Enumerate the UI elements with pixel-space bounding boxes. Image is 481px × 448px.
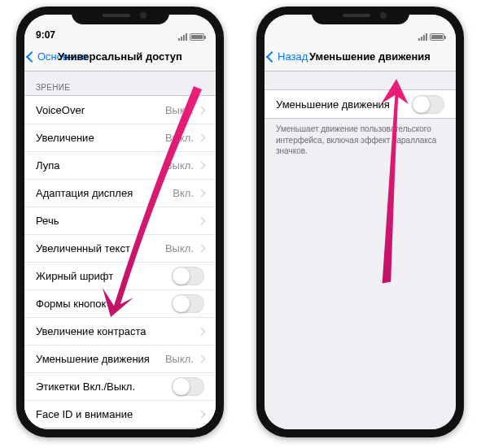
- row-label: Этикетки Вкл./Выкл.: [36, 381, 135, 393]
- toggle-switch[interactable]: [172, 377, 204, 396]
- row-label: Адаптация дисплея: [36, 187, 133, 199]
- row-value: Выкл.: [165, 104, 204, 116]
- row-label: VoiceOver: [36, 104, 85, 116]
- back-label: Основные: [37, 50, 88, 63]
- row-label: Увеличение: [36, 132, 94, 144]
- row-label: Лупа: [36, 159, 59, 172]
- settings-row[interactable]: Речь: [24, 207, 216, 234]
- row-value: Выкл.: [165, 132, 204, 144]
- settings-row[interactable]: Жирный шрифт: [24, 262, 216, 289]
- settings-row[interactable]: Адаптация дисплеяВкл.: [24, 179, 216, 207]
- status-time: 9:07: [36, 29, 55, 41]
- content[interactable]: ЗРЕНИЕVoiceOverВыкл.УвеличениеВыкл.ЛупаВ…: [24, 72, 216, 429]
- chevron-right-icon: [198, 217, 206, 225]
- row-label: Формы кнопок: [36, 298, 106, 310]
- back-label: Назад: [278, 50, 308, 63]
- battery-icon: [430, 33, 444, 41]
- notch: [72, 7, 169, 24]
- toggle-switch[interactable]: [172, 294, 204, 313]
- phone-right: Назад Уменьшение движения Уменьшение дви…: [256, 7, 464, 437]
- row-value: [172, 377, 204, 396]
- notch: [312, 7, 409, 24]
- section-footnote: Уменьшает движение пользовательского инт…: [265, 119, 456, 162]
- settings-row[interactable]: ЛупаВыкл.: [24, 151, 216, 179]
- row-label: Face ID и внимание: [36, 408, 133, 420]
- settings-row[interactable]: УвеличениеВыкл.: [24, 124, 216, 151]
- row-value: [172, 294, 204, 313]
- chevron-left-icon: [266, 50, 278, 62]
- chevron-right-icon: [198, 189, 206, 198]
- settings-row[interactable]: Формы кнопок: [24, 289, 216, 317]
- chevron-right-icon: [198, 411, 206, 419]
- row-value: [172, 267, 204, 285]
- chevron-right-icon: [198, 328, 206, 336]
- status-indicators: [418, 33, 444, 41]
- chevron-left-icon: [26, 50, 37, 62]
- chevron-right-icon: [198, 106, 206, 114]
- row-value: [199, 218, 204, 224]
- row-value: [199, 411, 204, 417]
- row-label: Увеличение контраста: [36, 325, 146, 337]
- settings-group: Уменьшение движения: [265, 89, 456, 119]
- battery-icon: [190, 33, 204, 41]
- toggle-switch[interactable]: [412, 95, 444, 114]
- row-value: Выкл.: [165, 242, 204, 254]
- row-value: Выкл.: [165, 353, 204, 365]
- chevron-right-icon: [198, 245, 206, 253]
- chevron-right-icon: [198, 134, 206, 142]
- nav-bar: Назад Уменьшение движения: [265, 42, 456, 72]
- chevron-right-icon: [198, 162, 206, 170]
- back-button[interactable]: Основные: [24, 50, 88, 63]
- settings-row[interactable]: Увеличение контраста: [24, 317, 216, 345]
- row-label: Увеличенный текст: [36, 242, 130, 254]
- signal-icon: [418, 33, 427, 41]
- signal-icon: [178, 33, 187, 41]
- row-label: Жирный шрифт: [36, 270, 113, 282]
- settings-row[interactable]: Face ID и внимание: [24, 400, 216, 428]
- settings-row[interactable]: VoiceOverВыкл.: [24, 96, 216, 124]
- status-indicators: [178, 33, 204, 41]
- nav-bar: Основные Универсальный доступ: [24, 42, 216, 72]
- settings-row[interactable]: Этикетки Вкл./Выкл.: [24, 372, 216, 400]
- screen: 9:07 Основные Универсальный доступ ЗРЕНИ…: [24, 15, 216, 429]
- content[interactable]: Уменьшение движения Уменьшает движение п…: [265, 72, 456, 429]
- row-reduce-motion[interactable]: Уменьшение движения: [265, 90, 456, 118]
- toggle-switch[interactable]: [172, 267, 204, 285]
- row-value: Выкл.: [165, 159, 204, 172]
- chevron-right-icon: [198, 355, 206, 363]
- settings-row[interactable]: Увеличенный текстВыкл.: [24, 234, 216, 262]
- row-label: Уменьшение движения: [36, 353, 150, 365]
- settings-row[interactable]: Уменьшение движенияВыкл.: [24, 345, 216, 372]
- back-button[interactable]: Назад: [265, 50, 308, 63]
- row-value: Вкл.: [173, 187, 204, 199]
- row-value: [199, 328, 204, 334]
- section-header: ЗРЕНИЕ: [24, 72, 216, 95]
- section-header: ВЗАИМОДЕЙСТВИЕ: [24, 428, 216, 429]
- row-label: Речь: [36, 215, 59, 227]
- row-label: Уменьшение движения: [276, 98, 390, 111]
- phone-left: 9:07 Основные Универсальный доступ ЗРЕНИ…: [16, 7, 224, 437]
- screen: Назад Уменьшение движения Уменьшение дви…: [265, 15, 456, 429]
- settings-group: VoiceOverВыкл.УвеличениеВыкл.ЛупаВыкл.Ад…: [24, 95, 216, 428]
